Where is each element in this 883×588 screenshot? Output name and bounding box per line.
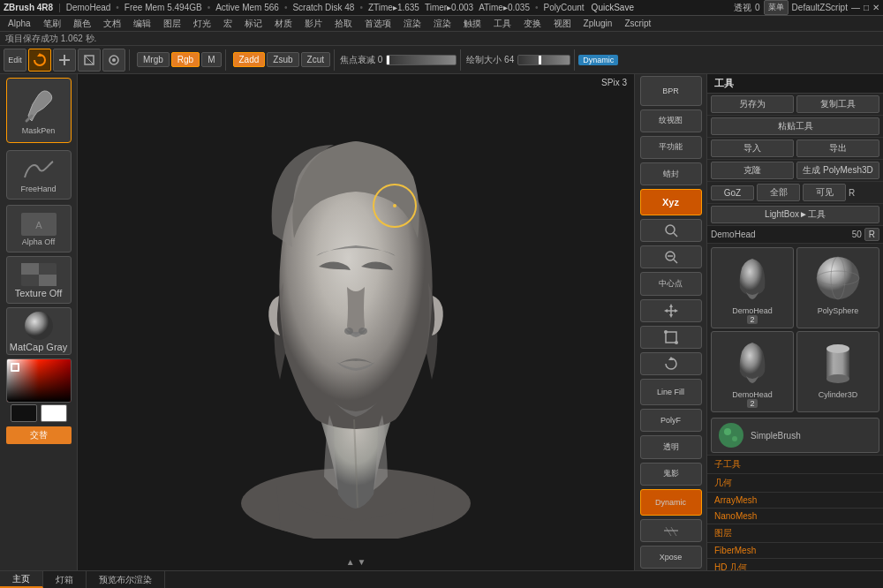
m-btn[interactable]: M xyxy=(201,52,221,67)
copy-tool-btn[interactable]: 复制工具 xyxy=(796,95,879,113)
tool-thumb-demohead-2[interactable]: DemoHead 2 xyxy=(711,331,794,412)
r-btn[interactable]: R xyxy=(864,228,879,241)
spix-btn[interactable]: 纹视图 xyxy=(640,109,702,132)
thumb-label-demohead-1: DemoHead xyxy=(732,306,773,315)
dynamic-side-btn[interactable]: Dynamic xyxy=(640,489,702,516)
tool-thumb-polysphere[interactable]: PolySphere xyxy=(796,247,879,328)
submenu-fibermesh[interactable]: FiberMesh xyxy=(707,543,883,559)
secondary-color-swatch[interactable] xyxy=(41,404,67,422)
edit-btn[interactable]: Edit xyxy=(4,49,26,72)
wax-btn[interactable]: 蜡封 xyxy=(640,162,702,185)
tool-thumb-demohead-1[interactable]: DemoHead 2 xyxy=(711,247,794,328)
menu-button[interactable]: 菜单 xyxy=(764,0,789,15)
flat-btn[interactable]: 平功能 xyxy=(640,136,702,159)
maximize-icon[interactable]: □ xyxy=(864,3,869,12)
menu-mark[interactable]: 标记 xyxy=(240,17,267,31)
thumb-label-cylinder3d: Cylinder3D xyxy=(819,390,858,399)
menu-zplugin[interactable]: Zplugin xyxy=(579,18,617,29)
menu-brush[interactable]: 笔刷 xyxy=(39,17,65,31)
poly-btn[interactable]: PolyF xyxy=(640,409,702,432)
menu-movie[interactable]: 影片 xyxy=(300,17,327,31)
xyz-btn[interactable]: Xyz xyxy=(640,189,702,215)
close-icon[interactable]: ✕ xyxy=(872,3,879,12)
rotate-btn[interactable] xyxy=(28,49,51,72)
draw-size-slider[interactable] xyxy=(517,55,570,65)
menu-pick[interactable]: 拾取 xyxy=(330,17,357,31)
menu-touch[interactable]: 触摸 xyxy=(459,17,486,31)
minimize-icon[interactable]: — xyxy=(851,3,860,12)
tool-thumb-cylinder3d[interactable]: Cylinder3D xyxy=(796,331,879,412)
matcap-selector[interactable]: MatCap Gray xyxy=(6,307,72,355)
all-btn[interactable]: 全部 xyxy=(757,184,800,201)
bottom-arrows[interactable]: ▲ ▼ xyxy=(346,557,366,567)
floor-btn[interactable] xyxy=(640,519,702,542)
viewport[interactable]: SPix 3 ▲ ▼ xyxy=(78,74,634,570)
color-gradient[interactable] xyxy=(6,358,72,403)
scale-btn[interactable] xyxy=(640,326,702,349)
menu-edit[interactable]: 编辑 xyxy=(129,17,155,31)
zoom-out-btn[interactable] xyxy=(640,245,702,268)
submenu-hd-geometry[interactable]: HD 几何 xyxy=(707,559,883,570)
submenu-arraymesh[interactable]: ArrayMesh xyxy=(707,493,883,509)
submenu-geometry[interactable]: 几何 xyxy=(707,474,883,493)
submenu-subtool[interactable]: 子工具 xyxy=(707,456,883,474)
switch-btn[interactable]: 交替 xyxy=(6,426,72,444)
alpha-selector[interactable]: A Alpha Off xyxy=(6,205,72,253)
bpr-btn[interactable]: BPR xyxy=(640,76,702,106)
menu-layer[interactable]: 图层 xyxy=(159,17,185,31)
menu-light[interactable]: 灯光 xyxy=(189,17,215,31)
move-btn[interactable] xyxy=(640,299,702,322)
texture-selector[interactable]: Texture Off xyxy=(6,256,72,304)
clone-btn[interactable]: 克隆 xyxy=(711,162,794,179)
menu-macro[interactable]: 宏 xyxy=(219,17,237,31)
linefill-btn[interactable]: Line Fill xyxy=(640,379,702,405)
menu-material[interactable]: 材质 xyxy=(270,17,297,31)
draw-btn[interactable] xyxy=(102,49,125,72)
brush-selector[interactable]: MaskPen xyxy=(6,78,72,143)
visible-btn[interactable]: 可见 xyxy=(803,184,846,201)
dynamic-btn[interactable]: Dynamic xyxy=(578,55,618,65)
mrgb-btn[interactable]: Mrgb xyxy=(137,52,170,67)
center-btn[interactable]: 中心点 xyxy=(640,272,702,295)
menu-view[interactable]: 视图 xyxy=(549,17,576,31)
primary-color-swatch[interactable] xyxy=(11,404,37,422)
import-btn[interactable]: 导入 xyxy=(711,139,794,157)
menu-stencil[interactable]: 渲染 xyxy=(429,17,456,31)
menu-tool[interactable]: 工具 xyxy=(489,17,516,31)
nav-home[interactable]: 主页 xyxy=(0,571,43,588)
freehand-selector[interactable]: FreeHand xyxy=(6,150,72,200)
move-btn[interactable] xyxy=(53,49,76,72)
focal-slider[interactable] xyxy=(386,55,457,65)
zsub-btn[interactable]: Zsub xyxy=(267,52,298,67)
ghost-btn[interactable]: 鬼影 xyxy=(640,463,702,486)
svg-point-28 xyxy=(675,341,678,344)
menu-zscript[interactable]: Zscript xyxy=(620,18,655,29)
transp-btn[interactable]: 透明 xyxy=(640,435,702,458)
scale-btn[interactable] xyxy=(78,49,101,72)
rotate-side-btn[interactable] xyxy=(640,352,702,375)
submenu-nanomesh[interactable]: NanoMesh xyxy=(707,509,883,524)
submenu-layers[interactable]: 图层 xyxy=(707,524,883,543)
zcut-btn[interactable]: Zcut xyxy=(301,52,330,67)
menu-color[interactable]: 颜色 xyxy=(69,17,95,31)
nav-lightbox[interactable]: 灯箱 xyxy=(43,571,87,588)
quick-save-btn[interactable]: QuickSave xyxy=(592,3,634,12)
goz-btn[interactable]: GoZ xyxy=(711,185,754,200)
zadd-btn[interactable]: Zadd xyxy=(233,52,266,67)
alt-save-btn[interactable]: 另存为 xyxy=(711,95,794,113)
lightbox-tool-btn[interactable]: LightBox►工具 xyxy=(711,206,879,223)
xpose-btn[interactable]: Xpose xyxy=(640,546,702,569)
menu-transform[interactable]: 变换 xyxy=(519,17,546,31)
tools-title: 工具 xyxy=(714,77,734,90)
paste-tool-btn[interactable]: 粘贴工具 xyxy=(711,117,879,135)
nav-preview-bool[interactable]: 预览布尔渲染 xyxy=(87,571,165,588)
export-btn[interactable]: 导出 xyxy=(796,139,879,157)
rgb-btn[interactable]: Rgb xyxy=(171,52,200,67)
menu-render[interactable]: 渲染 xyxy=(399,17,426,31)
menu-preferences[interactable]: 首选项 xyxy=(360,17,396,31)
tool-thumb-simplebrush[interactable]: SimpleBrush xyxy=(711,418,879,453)
menu-doc[interactable]: 文档 xyxy=(99,17,125,31)
make-poly-btn[interactable]: 生成 PolyMesh3D xyxy=(796,162,879,179)
menu-alpha[interactable]: Alpha xyxy=(4,18,35,29)
search-btn[interactable] xyxy=(640,219,702,242)
